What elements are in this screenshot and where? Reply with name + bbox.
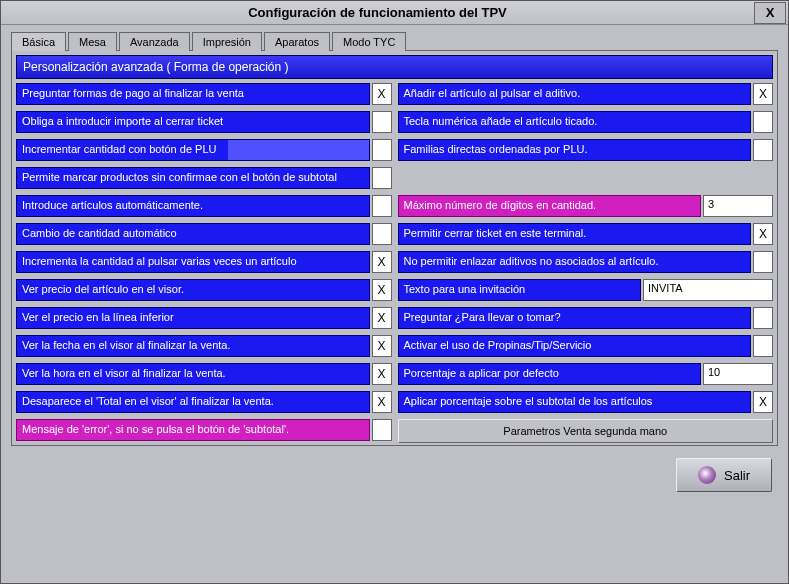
opt-max-digitos-cantidad: Máximo número de dígitos en cantidad. 3 <box>398 195 774 217</box>
option-checkbox[interactable]: X <box>372 391 392 413</box>
parametros-segunda-mano-button[interactable]: Parametros Venta segunda mano <box>398 419 774 443</box>
option-checkbox[interactable] <box>753 139 773 161</box>
opt-ver-fecha-visor: Ver la fecha en el visor al finalizar la… <box>16 335 392 357</box>
option-label: Texto para una invitación <box>398 279 642 301</box>
option-checkbox[interactable] <box>753 251 773 273</box>
footer: Salir <box>1 452 788 492</box>
opt-desaparece-total: Desaparece el 'Total en el visor' al fin… <box>16 391 392 413</box>
option-checkbox[interactable]: X <box>372 335 392 357</box>
opt-ver-precio-linea-inferior: Ver el precio en la línea inferior X <box>16 307 392 329</box>
option-checkbox[interactable] <box>372 195 392 217</box>
option-label: Incrementar cantidad con botón de PLU <box>16 139 370 161</box>
option-label: Familias directas ordenadas por PLU. <box>398 139 752 161</box>
option-label: No permitir enlazar aditivos no asociado… <box>398 251 752 273</box>
opt-preguntar-llevar-tomar: Preguntar ¿Para llevar o tomar? <box>398 307 774 329</box>
option-checkbox[interactable] <box>372 419 392 441</box>
right-column: Añadir el artículo al pulsar el aditivo.… <box>398 83 774 441</box>
tabbar: Básica Mesa Avanzada Impresión Aparatos … <box>1 25 788 50</box>
option-label: Ver el precio en la línea inferior <box>16 307 370 329</box>
option-label: Ver la hora en el visor al finalizar la … <box>16 363 370 385</box>
main-panel: Personalización avanzada ( Forma de oper… <box>11 50 778 446</box>
opt-anadir-articulo-aditivo: Añadir el artículo al pulsar el aditivo.… <box>398 83 774 105</box>
opt-texto-invitacion: Texto para una invitación INVITA <box>398 279 774 301</box>
option-label: Aplicar porcentaje sobre el subtotal de … <box>398 391 752 413</box>
option-checkbox[interactable] <box>372 139 392 161</box>
opt-porcentaje-subtotal: Aplicar porcentaje sobre el subtotal de … <box>398 391 774 413</box>
option-label: Cambio de cantidad automático <box>16 223 370 245</box>
option-checkbox[interactable]: X <box>372 251 392 273</box>
opt-mensaje-error-subtotal: Mensaje de 'error', si no se pulsa el bo… <box>16 419 392 441</box>
option-checkbox[interactable] <box>753 307 773 329</box>
option-label: Máximo número de dígitos en cantidad. <box>398 195 702 217</box>
option-checkbox[interactable] <box>372 111 392 133</box>
columns: Preguntar formas de pago al finalizar la… <box>16 83 773 441</box>
option-checkbox[interactable]: X <box>372 363 392 385</box>
opt-introduce-auto: Introduce artículos automáticamente. <box>16 195 392 217</box>
opt-incrementar-plu: Incrementar cantidad con botón de PLU <box>16 139 392 161</box>
opt-tecla-numerica-anade: Tecla numérica añade el artículo ticado. <box>398 111 774 133</box>
option-input[interactable]: 3 <box>703 195 773 217</box>
option-label: Incrementa la cantidad al pulsar varias … <box>16 251 370 273</box>
option-label: Ver precio del artículo en el visor. <box>16 279 370 301</box>
option-label: Desaparece el 'Total en el visor' al fin… <box>16 391 370 413</box>
opt-preguntar-formas-pago: Preguntar formas de pago al finalizar la… <box>16 83 392 105</box>
opt-cambio-cantidad-auto: Cambio de cantidad automático <box>16 223 392 245</box>
spacer <box>398 167 774 189</box>
window-title: Configuración de funcionamiento del TPV <box>1 5 754 20</box>
option-label: Añadir el artículo al pulsar el aditivo. <box>398 83 752 105</box>
opt-permitir-cerrar-ticket: Permitir cerrar ticket en este terminal.… <box>398 223 774 245</box>
option-checkbox[interactable]: X <box>753 83 773 105</box>
option-input[interactable]: INVITA <box>643 279 773 301</box>
exit-icon <box>698 466 716 484</box>
tab-basica[interactable]: Básica <box>11 32 66 51</box>
tab-avanzada[interactable]: Avanzada <box>119 32 190 51</box>
option-checkbox[interactable] <box>753 111 773 133</box>
opt-familias-ordenadas-plu: Familias directas ordenadas por PLU. <box>398 139 774 161</box>
option-label: Ver la fecha en el visor al finalizar la… <box>16 335 370 357</box>
option-label: Preguntar ¿Para llevar o tomar? <box>398 307 752 329</box>
left-column: Preguntar formas de pago al finalizar la… <box>16 83 392 441</box>
tab-modo-tyc[interactable]: Modo TYC <box>332 32 406 51</box>
opt-no-enlazar-aditivos: No permitir enlazar aditivos no asociado… <box>398 251 774 273</box>
exit-button[interactable]: Salir <box>676 458 772 492</box>
tab-impresion[interactable]: Impresión <box>192 32 262 51</box>
option-checkbox[interactable]: X <box>372 307 392 329</box>
tab-aparatos[interactable]: Aparatos <box>264 32 330 51</box>
option-checkbox[interactable] <box>753 335 773 357</box>
option-label: Mensaje de 'error', si no se pulsa el bo… <box>16 419 370 441</box>
titlebar: Configuración de funcionamiento del TPV … <box>1 1 788 25</box>
option-checkbox[interactable] <box>372 167 392 189</box>
opt-marcar-sin-confirmar: Permite marcar productos sin confirmae c… <box>16 167 392 189</box>
option-label: Activar el uso de Propinas/Tip/Servicio <box>398 335 752 357</box>
option-label: Introduce artículos automáticamente. <box>16 195 370 217</box>
option-label: Tecla numérica añade el artículo ticado. <box>398 111 752 133</box>
option-checkbox[interactable]: X <box>372 279 392 301</box>
option-checkbox[interactable] <box>372 223 392 245</box>
option-label: Permite marcar productos sin confirmae c… <box>16 167 370 189</box>
opt-obliga-importe: Obliga a introducir importe al cerrar ti… <box>16 111 392 133</box>
option-checkbox[interactable]: X <box>372 83 392 105</box>
option-label: Preguntar formas de pago al finalizar la… <box>16 83 370 105</box>
opt-ver-precio-visor: Ver precio del artículo en el visor. X <box>16 279 392 301</box>
option-label: Porcentaje a aplicar por defecto <box>398 363 702 385</box>
opt-porcentaje-defecto: Porcentaje a aplicar por defecto 10 <box>398 363 774 385</box>
opt-activar-propinas: Activar el uso de Propinas/Tip/Servicio <box>398 335 774 357</box>
option-label: Permitir cerrar ticket en este terminal. <box>398 223 752 245</box>
option-checkbox[interactable]: X <box>753 391 773 413</box>
section-header: Personalización avanzada ( Forma de oper… <box>16 55 773 79</box>
config-window: Configuración de funcionamiento del TPV … <box>0 0 789 584</box>
option-input[interactable]: 10 <box>703 363 773 385</box>
option-label: Obliga a introducir importe al cerrar ti… <box>16 111 370 133</box>
btn-parametros-segunda-mano-row: Parametros Venta segunda mano <box>398 419 774 441</box>
tab-mesa[interactable]: Mesa <box>68 32 117 51</box>
option-checkbox[interactable]: X <box>753 223 773 245</box>
opt-incrementa-pulsar-varios: Incrementa la cantidad al pulsar varias … <box>16 251 392 273</box>
window-close-button[interactable]: X <box>754 2 786 24</box>
exit-label: Salir <box>724 468 750 483</box>
opt-ver-hora-visor: Ver la hora en el visor al finalizar la … <box>16 363 392 385</box>
